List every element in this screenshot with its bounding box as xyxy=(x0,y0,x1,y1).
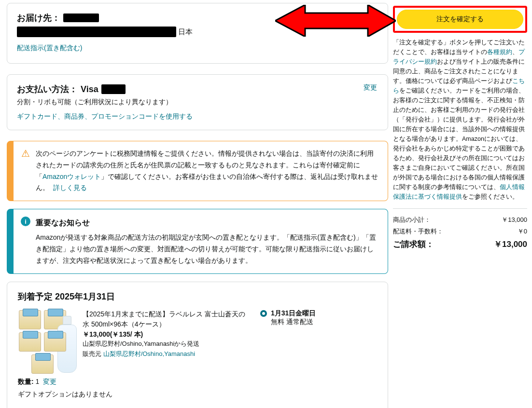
product-price: ￥13,000(￥135/ 本) xyxy=(83,330,250,339)
payment-section: 変更 お支払い方法： Visa 分割・リボも可能（ご利用状況により異なります） … xyxy=(7,74,388,130)
product-thumbnail xyxy=(18,309,76,372)
tax-warning-more-link[interactable]: 詳しく見る xyxy=(53,184,87,191)
notice-title: 重要なお知らせ xyxy=(36,216,380,229)
shipping-option-date: 1月31日金曜日 xyxy=(271,309,316,318)
place-order-highlight: 注文を確定する xyxy=(393,6,527,33)
shipping-label: 配送料・手数料： xyxy=(393,227,443,236)
important-notice-alert: i 重要なお知らせ Amazonが発送する対象商品の配送方法の初期設定が玄関への… xyxy=(7,209,388,274)
legal-text-c: をご確認ください。カードをご利用の場合、お客様のご注文に関する情報を、不正検知・… xyxy=(393,87,525,190)
shipping-option-sub: 無料 通常配送 xyxy=(271,318,377,326)
payment-installment-note: 分割・リボも可能（ご利用状況により異なります） xyxy=(17,98,378,107)
delivery-country: 日本 xyxy=(178,27,193,37)
delivery-address-redacted xyxy=(17,27,176,37)
divider xyxy=(393,208,527,209)
notice-body: Amazonが発送する対象商品の配送方法の初期設定が玄関への置き配となります。「… xyxy=(36,233,376,264)
delivery-instructions-link[interactable]: 配送指示(置き配含む) xyxy=(17,44,82,52)
gift-option-text: ギフトオプションはありません xyxy=(18,390,377,399)
tax-warning-alert: ⚠ 次のページのアンケートに税務関連情報をご提供ください。情報が提供されない場合… xyxy=(7,141,388,201)
payment-method: Visa xyxy=(81,84,98,95)
shipping-value: ￥0 xyxy=(518,227,527,236)
gift-code-link[interactable]: ギフトカード、商品券、プロモーションコードを使用する xyxy=(17,112,193,120)
arrival-heading: 到着予定 2025年1月31日 xyxy=(18,291,377,302)
delivery-label: お届け先： xyxy=(17,12,60,24)
total-value: ￥13,000 xyxy=(494,239,527,250)
product-ship-from: 山梨県忍野村/Oshino,Yamanashiから発送 xyxy=(83,339,250,349)
legal-text-d: をご参照ください。 xyxy=(462,193,518,200)
seller-link[interactable]: 山梨県忍野村/Oshino,Yamanashi xyxy=(103,350,196,357)
subtotal-label: 商品の小計： xyxy=(393,216,431,224)
arrival-section: 到着予定 2025年1月31日 【2025年1月末までに配送】ラベルレス 富士山… xyxy=(7,282,388,408)
place-order-button[interactable]: 注文を確定する xyxy=(397,10,523,29)
warning-icon: ⚠ xyxy=(20,148,31,159)
product-name: 【2025年1月末までに配送】ラベルレス 富士山蒼天の水 500ml×96本（4… xyxy=(83,309,250,329)
qty-value: 1 xyxy=(36,378,40,385)
payment-change-link[interactable]: 変更 xyxy=(364,83,377,92)
legal-comma: 、 xyxy=(512,49,518,55)
total-label: ご請求額： xyxy=(393,239,434,250)
qty-change-link[interactable]: 変更 xyxy=(43,378,56,385)
shipping-option[interactable]: 1月31日金曜日 xyxy=(260,309,377,318)
payment-label: お支払い方法： xyxy=(17,83,78,95)
order-summary-sidebar: 注文を確定する 「注文を確定する」ボタンを押してご注文いただくことで、お客様は当… xyxy=(393,6,527,253)
terms-link[interactable]: 各種規約 xyxy=(487,49,512,55)
payment-card-redacted xyxy=(101,84,126,94)
legal-notice: 「注文を確定する」ボタンを押してご注文いただくことで、お客様は当サイトの各種規約… xyxy=(393,38,527,202)
qty-label: 数量: xyxy=(18,378,36,385)
delivery-name-redacted xyxy=(63,14,99,22)
attention-arrow xyxy=(275,5,396,37)
subtotal-value: ￥13,000 xyxy=(502,216,527,224)
radio-selected-icon xyxy=(260,310,267,317)
seller-prefix: 販売元 xyxy=(83,350,103,357)
info-icon: i xyxy=(20,216,31,227)
svg-marker-0 xyxy=(275,5,396,37)
amazon-wallet-link[interactable]: Amazonウォレット xyxy=(42,173,101,180)
